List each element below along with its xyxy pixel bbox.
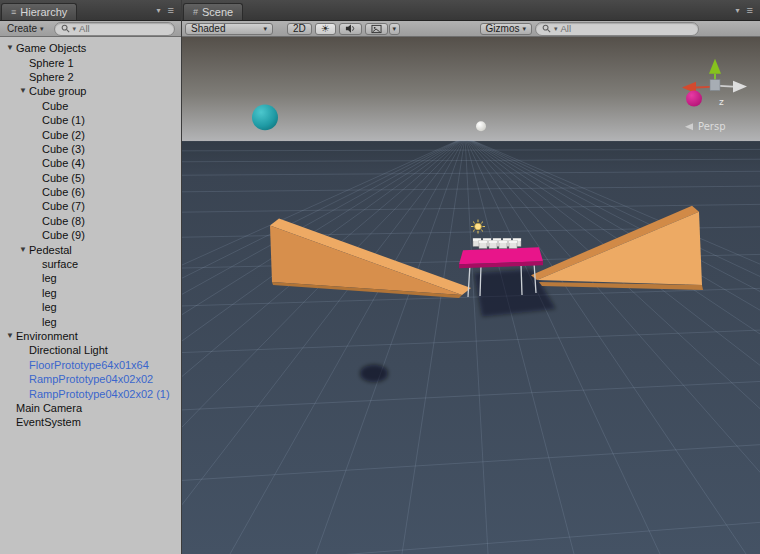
hierarchy-item-label: Cube (42, 100, 68, 112)
hierarchy-item[interactable]: Cube (3) (0, 142, 181, 156)
hierarchy-item-label: leg (42, 316, 57, 328)
gizmo-axis-ball[interactable] (686, 91, 702, 107)
speaker-icon (345, 23, 356, 34)
hierarchy-item[interactable]: Cube (4) (0, 156, 181, 170)
hierarchy-item[interactable]: Directional Light (0, 343, 181, 357)
chevron-down-icon: ▾ (40, 25, 44, 33)
hierarchy-item[interactable]: Main Camera (0, 401, 181, 415)
hierarchy-item[interactable]: ▼Environment (0, 329, 181, 343)
scene-toolbar: Shaded ▾ 2D ☀ (182, 21, 760, 37)
gizmos-label: Gizmos (486, 23, 520, 34)
hierarchy-item-label: leg (42, 287, 57, 299)
hierarchy-item[interactable]: Cube (8) (0, 214, 181, 228)
hierarchy-tab-controls: ▾ ≡ (157, 5, 181, 20)
mini-cube-top (499, 240, 507, 242)
scene-effects-dropdown[interactable]: ▾ (389, 23, 400, 35)
hierarchy-item[interactable]: surface (0, 257, 181, 271)
hierarchy-item-label: leg (42, 272, 57, 284)
hierarchy-item-label: Cube (6) (42, 186, 85, 198)
foldout-arrow-icon[interactable]: ▼ (4, 44, 16, 52)
hierarchy-item-label: Main Camera (16, 402, 82, 414)
hierarchy-item[interactable]: Cube (5) (0, 171, 181, 185)
hierarchy-item[interactable]: ▼Pedestal (0, 242, 181, 256)
scene-tab-icon: # (193, 8, 198, 17)
shading-mode-dropdown[interactable]: Shaded ▾ (185, 23, 273, 35)
hierarchy-item[interactable]: RampPrototype04x02x02 (1) (0, 386, 181, 400)
unity-editor-window: ≡ Hierarchy ▾ ≡ Create ▾ ▾ All ▼Game Obj… (0, 0, 760, 554)
hierarchy-item-label: EventSystem (16, 416, 81, 428)
sphere-shadow (360, 364, 388, 382)
panel-dropdown-icon[interactable]: ▾ (157, 6, 161, 15)
scene-search-input[interactable]: ▾ All (535, 22, 699, 36)
scene-tab-label: Scene (202, 6, 233, 18)
hierarchy-item-label: Cube (7) (42, 200, 85, 212)
panel-menu-icon[interactable]: ≡ (747, 5, 753, 16)
hierarchy-item[interactable]: Cube (9) (0, 228, 181, 242)
panel-dropdown-icon[interactable]: ▾ (736, 6, 740, 15)
hierarchy-item-label: Sphere 2 (29, 71, 74, 83)
hierarchy-item[interactable]: Cube (7) (0, 199, 181, 213)
hierarchy-item[interactable]: ▼Game Objects (0, 41, 181, 55)
hierarchy-toolbar: Create ▾ ▾ All (0, 21, 181, 37)
search-filter-caret-icon: ▾ (554, 25, 558, 33)
hierarchy-item[interactable]: leg (0, 286, 181, 300)
hierarchy-item-label: Environment (16, 330, 78, 342)
scene-lighting-toggle[interactable]: ☀ (315, 23, 336, 35)
scene-search-placeholder: All (561, 23, 572, 34)
scene-canvas[interactable]: z Persp (182, 37, 760, 554)
hierarchy-item[interactable]: Cube (0, 99, 181, 113)
gizmos-dropdown[interactable]: Gizmos ▾ (480, 23, 532, 35)
hierarchy-item[interactable]: FloorPrototype64x01x64 (0, 358, 181, 372)
search-icon (542, 24, 551, 33)
search-icon (61, 24, 70, 33)
panel-menu-icon[interactable]: ≡ (168, 5, 174, 16)
hierarchy-item[interactable]: Sphere 2 (0, 70, 181, 84)
2d-toggle-button[interactable]: 2D (287, 23, 312, 35)
ground-plane (182, 141, 760, 554)
hierarchy-item[interactable]: Sphere 1 (0, 55, 181, 69)
hierarchy-tab-icon: ≡ (11, 8, 16, 17)
hierarchy-item-label: RampPrototype04x02x02 (29, 373, 153, 385)
hierarchy-item-label: Cube (2) (42, 129, 85, 141)
hierarchy-item-label: Game Objects (16, 42, 86, 54)
hierarchy-item[interactable]: leg (0, 271, 181, 285)
gizmo-persp-label[interactable]: Persp (698, 121, 725, 132)
hierarchy-tree: ▼Game ObjectsSphere 1Sphere 2▼Cube group… (0, 37, 181, 554)
hierarchy-item[interactable]: Cube (2) (0, 127, 181, 141)
hierarchy-search-placeholder: All (79, 23, 90, 34)
hierarchy-item[interactable]: leg (0, 300, 181, 314)
hierarchy-item-label: RampPrototype04x02x02 (1) (29, 388, 170, 400)
create-button-label: Create (7, 23, 37, 34)
mini-cube-top (489, 240, 497, 242)
hierarchy-item-label: Directional Light (29, 344, 108, 356)
scene-effects-toggle[interactable] (365, 23, 388, 35)
hierarchy-item[interactable]: ▼Cube group (0, 84, 181, 98)
mini-cubes-group (473, 238, 521, 248)
hierarchy-item[interactable]: RampPrototype04x02x02 (0, 372, 181, 386)
scene-viewport[interactable]: z Persp (182, 37, 760, 554)
foldout-arrow-icon[interactable]: ▼ (17, 87, 29, 95)
tab-hierarchy[interactable]: ≡ Hierarchy (1, 3, 77, 20)
hierarchy-item[interactable]: EventSystem (0, 415, 181, 429)
search-filter-caret-icon: ▾ (73, 25, 77, 33)
hierarchy-item-label: FloorPrototype64x01x64 (29, 359, 149, 371)
hierarchy-tabbar: ≡ Hierarchy ▾ ≡ (0, 0, 181, 21)
hierarchy-item[interactable]: Cube (1) (0, 113, 181, 127)
hierarchy-item-label: Cube (4) (42, 157, 85, 169)
scene-audio-toggle[interactable] (339, 23, 362, 35)
hierarchy-search-input[interactable]: ▾ All (54, 22, 175, 36)
foldout-arrow-icon[interactable]: ▼ (4, 332, 16, 340)
create-button[interactable]: Create ▾ (3, 22, 48, 35)
white-sphere[interactable] (476, 121, 486, 131)
light-gizmo-icon[interactable] (471, 220, 485, 234)
foldout-arrow-icon[interactable]: ▼ (17, 246, 29, 254)
gizmo-center-cube[interactable] (710, 80, 720, 91)
sun-icon: ☀ (321, 24, 330, 34)
hierarchy-item-label: Cube (9) (42, 229, 85, 241)
teal-sphere[interactable] (252, 104, 278, 130)
shading-mode-label: Shaded (191, 23, 225, 34)
hierarchy-item[interactable]: leg (0, 314, 181, 328)
tab-scene[interactable]: # Scene (183, 3, 243, 20)
hierarchy-item[interactable]: Cube (6) (0, 185, 181, 199)
chevron-down-icon: ▾ (393, 25, 397, 33)
